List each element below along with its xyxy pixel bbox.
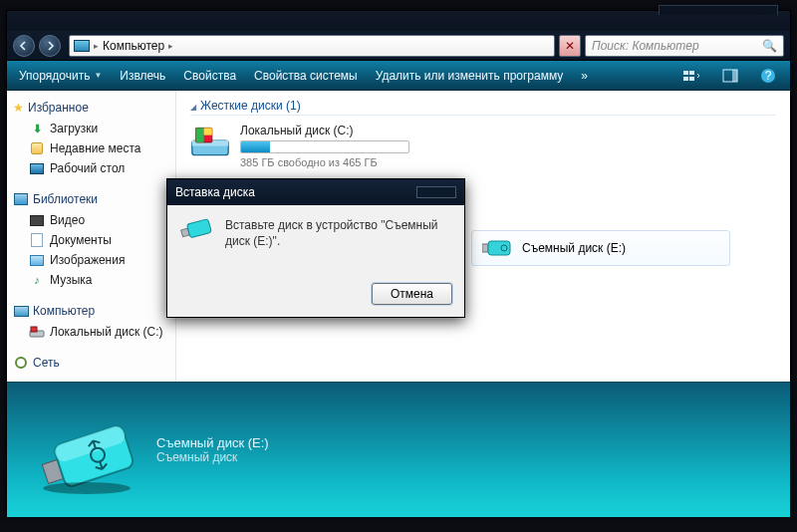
network-icon bbox=[13, 356, 29, 370]
dialog-footer: Отмена bbox=[167, 275, 464, 317]
svg-rect-2 bbox=[683, 77, 688, 81]
details-text: Съемный диск (E:) Съемный диск bbox=[156, 435, 269, 464]
sidebar-item-images[interactable]: Изображения bbox=[7, 250, 175, 270]
collapse-icon: ◢ bbox=[190, 103, 196, 112]
favorites-header[interactable]: ★Избранное bbox=[7, 97, 175, 119]
sidebar-item-video[interactable]: Видео bbox=[7, 210, 175, 230]
dialog-body: Вставьте диск в устройство "Съемный диск… bbox=[167, 205, 464, 275]
computer-icon bbox=[13, 304, 29, 318]
breadcrumb-separator-icon: ▸ bbox=[94, 41, 99, 51]
dialog-message: Вставьте диск в устройство "Съемный диск… bbox=[225, 217, 452, 263]
svg-text:?: ? bbox=[765, 69, 772, 83]
svg-rect-14 bbox=[204, 128, 212, 134]
sidebar-item-downloads[interactable]: ⬇Загрузки bbox=[7, 119, 175, 138]
nav-pane: ★Избранное ⬇Загрузки Недавние места Рабо… bbox=[7, 91, 176, 382]
drive-icon bbox=[29, 325, 45, 339]
details-pane: Съемный диск (E:) Съемный диск bbox=[7, 382, 790, 517]
svg-rect-15 bbox=[482, 244, 488, 252]
sidebar-item-documents[interactable]: Документы bbox=[7, 230, 175, 250]
uninstall-button[interactable]: Удалить или изменить программу bbox=[376, 69, 564, 83]
libraries-header[interactable]: Библиотеки bbox=[7, 188, 175, 210]
back-button[interactable] bbox=[13, 35, 35, 57]
preview-pane-button[interactable] bbox=[720, 68, 740, 84]
svg-rect-1 bbox=[689, 71, 694, 75]
insert-disk-dialog: Вставка диска Вставьте диск в устройство… bbox=[166, 178, 465, 318]
downloads-icon: ⬇ bbox=[29, 122, 45, 135]
usb-drive-icon bbox=[179, 217, 213, 241]
breadcrumb-separator-icon: ▸ bbox=[168, 41, 173, 51]
cancel-button[interactable]: Отмена bbox=[372, 283, 452, 305]
sidebar-item-desktop[interactable]: Рабочий стол bbox=[7, 158, 175, 178]
usb-drive-large-icon bbox=[27, 410, 136, 490]
overflow-button[interactable]: » bbox=[581, 69, 588, 83]
command-bar: Упорядочить▼ Извлечь Свойства Свойства с… bbox=[7, 61, 790, 91]
chevron-down-icon: ▼ bbox=[94, 71, 102, 80]
address-bar[interactable]: ▸ Компьютер ▸ bbox=[69, 35, 555, 57]
sidebar-item-music[interactable]: ♪Музыка bbox=[7, 270, 175, 290]
search-input[interactable]: Поиск: Компьютер 🔍 bbox=[585, 35, 784, 57]
dialog-window-buttons[interactable] bbox=[416, 186, 456, 198]
removable-name: Съемный диск (E:) bbox=[522, 241, 626, 255]
desktop-icon bbox=[29, 161, 45, 175]
drive-info: Локальный диск (C:) 385 ГБ свободно из 4… bbox=[240, 124, 409, 168]
hard-drive-icon bbox=[190, 124, 230, 159]
titlebar[interactable] bbox=[7, 11, 790, 31]
stop-button[interactable]: ✕ bbox=[559, 35, 581, 57]
star-icon: ★ bbox=[13, 101, 24, 115]
documents-icon bbox=[29, 233, 45, 247]
drive-local-c[interactable]: Локальный диск (C:) 385 ГБ свободно из 4… bbox=[190, 124, 776, 168]
category-hard-drives[interactable]: ◢Жесткие диски (1) bbox=[190, 99, 776, 116]
search-placeholder: Поиск: Компьютер bbox=[592, 39, 699, 53]
drive-usage-fill bbox=[241, 141, 270, 152]
music-icon: ♪ bbox=[29, 273, 45, 287]
search-icon: 🔍 bbox=[762, 39, 777, 53]
libraries-icon bbox=[13, 192, 29, 206]
details-title: Съемный диск (E:) bbox=[156, 435, 269, 450]
drive-name: Локальный диск (C:) bbox=[240, 124, 409, 137]
sidebar-item-local-c[interactable]: Локальный диск (C:) bbox=[7, 322, 175, 342]
drive-free-text: 385 ГБ свободно из 465 ГБ bbox=[240, 156, 409, 168]
forward-button[interactable] bbox=[39, 35, 61, 57]
drive-removable-e[interactable]: Съемный диск (E:) bbox=[471, 230, 730, 266]
window-controls-placeholder[interactable] bbox=[659, 5, 778, 15]
computer-header[interactable]: Компьютер bbox=[7, 300, 175, 322]
sidebar-item-recent[interactable]: Недавние места bbox=[7, 138, 175, 158]
images-icon bbox=[29, 253, 45, 267]
nav-bar: ▸ Компьютер ▸ ✕ Поиск: Компьютер 🔍 bbox=[7, 31, 790, 61]
svg-rect-5 bbox=[732, 70, 737, 82]
video-icon bbox=[29, 213, 45, 227]
svg-rect-24 bbox=[186, 219, 211, 238]
computer-icon bbox=[74, 40, 90, 52]
explorer-window: ▸ Компьютер ▸ ✕ Поиск: Компьютер 🔍 Упоря… bbox=[6, 10, 791, 516]
svg-rect-9 bbox=[31, 327, 37, 332]
svg-point-22 bbox=[43, 482, 131, 494]
extract-button[interactable]: Извлечь bbox=[120, 69, 165, 83]
breadcrumb-root[interactable]: Компьютер bbox=[103, 39, 164, 53]
help-button[interactable]: ? bbox=[758, 68, 778, 84]
svg-rect-3 bbox=[689, 77, 694, 81]
recent-icon bbox=[29, 141, 45, 155]
network-header[interactable]: Сеть bbox=[7, 352, 175, 374]
view-options-button[interactable] bbox=[682, 68, 702, 84]
drive-usage-bar bbox=[240, 140, 409, 153]
svg-rect-0 bbox=[683, 71, 688, 75]
svg-rect-13 bbox=[195, 128, 203, 142]
properties-button[interactable]: Свойства bbox=[183, 69, 236, 83]
organize-menu[interactable]: Упорядочить▼ bbox=[19, 69, 102, 83]
dialog-title: Вставка диска bbox=[175, 185, 255, 199]
usb-drive-icon bbox=[482, 237, 512, 259]
details-subtitle: Съемный диск bbox=[156, 450, 269, 464]
dialog-titlebar[interactable]: Вставка диска bbox=[167, 179, 464, 205]
system-properties-button[interactable]: Свойства системы bbox=[254, 69, 358, 83]
